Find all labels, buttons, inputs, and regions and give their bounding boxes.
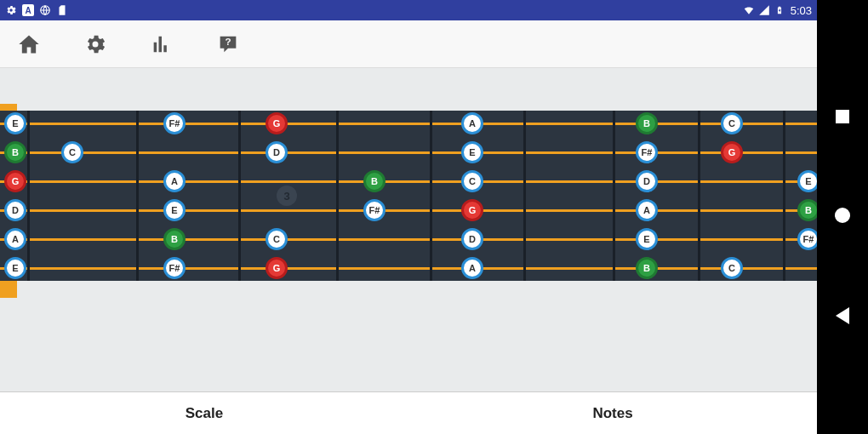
cell-signal-icon <box>758 4 770 16</box>
note-E[interactable]: E <box>163 199 186 221</box>
note-E[interactable]: E <box>797 170 817 192</box>
nut-bottom <box>0 281 17 298</box>
note-A[interactable]: A <box>461 257 483 279</box>
note-D[interactable]: D <box>636 170 658 192</box>
note-G[interactable]: G <box>266 112 288 134</box>
settings-icon[interactable] <box>83 32 107 56</box>
note-G[interactable]: G <box>721 141 743 163</box>
note-C[interactable]: C <box>721 112 743 134</box>
note-E[interactable]: E <box>4 257 26 279</box>
stats-icon[interactable] <box>150 32 174 56</box>
string <box>0 180 817 183</box>
svg-text:?: ? <box>225 36 231 47</box>
fret-line <box>430 111 432 281</box>
wifi-icon <box>743 4 755 16</box>
status-time: 5:03 <box>791 4 812 17</box>
note-D[interactable]: D <box>461 228 483 250</box>
back-button[interactable] <box>836 307 849 324</box>
fret-line <box>783 111 785 281</box>
fret-line <box>27 111 30 281</box>
note-A[interactable]: A <box>461 112 483 134</box>
fret-line <box>698 111 700 281</box>
text-a-icon: A <box>22 4 34 16</box>
fretboard-area: 3EF#GABCBCDEF#GGABCDEDEF#GABABCDEF#EF#GA… <box>0 111 817 298</box>
bottom-tabs: Scale Notes <box>0 391 817 434</box>
sd-card-icon <box>56 4 68 16</box>
string <box>0 123 817 125</box>
help-icon[interactable]: ? <box>216 32 240 56</box>
string <box>0 238 817 241</box>
note-A[interactable]: A <box>636 199 658 221</box>
nut-top <box>0 104 17 111</box>
note-C[interactable]: C <box>461 170 483 192</box>
note-E[interactable]: E <box>636 228 658 250</box>
fret-line <box>136 111 139 281</box>
note-B[interactable]: B <box>797 199 817 221</box>
globe-icon <box>39 4 51 16</box>
overview-button[interactable] <box>836 110 849 123</box>
note-D[interactable]: D <box>4 199 26 221</box>
status-bar: A 5:03 <box>0 0 817 20</box>
note-A[interactable]: A <box>163 170 186 192</box>
note-B[interactable]: B <box>4 141 26 163</box>
gear-icon <box>5 4 17 16</box>
note-G[interactable]: G <box>461 199 483 221</box>
tab-notes[interactable]: Notes <box>408 405 817 422</box>
note-G[interactable]: G <box>4 170 26 192</box>
battery-icon <box>774 4 785 16</box>
note-Fsharp[interactable]: F# <box>363 199 385 221</box>
string <box>0 267 817 270</box>
android-nav-rail <box>817 0 868 434</box>
note-C[interactable]: C <box>721 257 743 279</box>
home-icon[interactable] <box>17 32 41 56</box>
note-C[interactable]: C <box>266 228 288 250</box>
toolbar: ? <box>0 20 817 68</box>
home-button[interactable] <box>835 208 850 223</box>
note-B[interactable]: B <box>636 257 658 279</box>
note-E[interactable]: E <box>4 112 26 134</box>
fret-line <box>523 111 526 281</box>
note-E[interactable]: E <box>461 141 483 163</box>
note-Fsharp[interactable]: F# <box>163 257 186 279</box>
fret-marker: 3 <box>277 186 297 206</box>
fretboard[interactable]: 3EF#GABCBCDEF#GGABCDEDEF#GABABCDEF#EF#GA… <box>0 111 817 281</box>
fret-line <box>336 111 339 281</box>
string <box>0 209 817 212</box>
note-C[interactable]: C <box>61 141 83 163</box>
note-Fsharp[interactable]: F# <box>636 141 658 163</box>
note-D[interactable]: D <box>266 141 288 163</box>
fret-line <box>613 111 615 281</box>
note-G[interactable]: G <box>266 257 288 279</box>
string <box>0 151 817 154</box>
note-A[interactable]: A <box>4 228 26 250</box>
tab-scale[interactable]: Scale <box>0 405 408 422</box>
note-Fsharp[interactable]: F# <box>797 228 817 250</box>
note-B[interactable]: B <box>636 112 658 134</box>
note-B[interactable]: B <box>363 170 385 192</box>
note-Fsharp[interactable]: F# <box>163 112 186 134</box>
note-B[interactable]: B <box>163 228 186 250</box>
fret-line <box>238 111 241 281</box>
